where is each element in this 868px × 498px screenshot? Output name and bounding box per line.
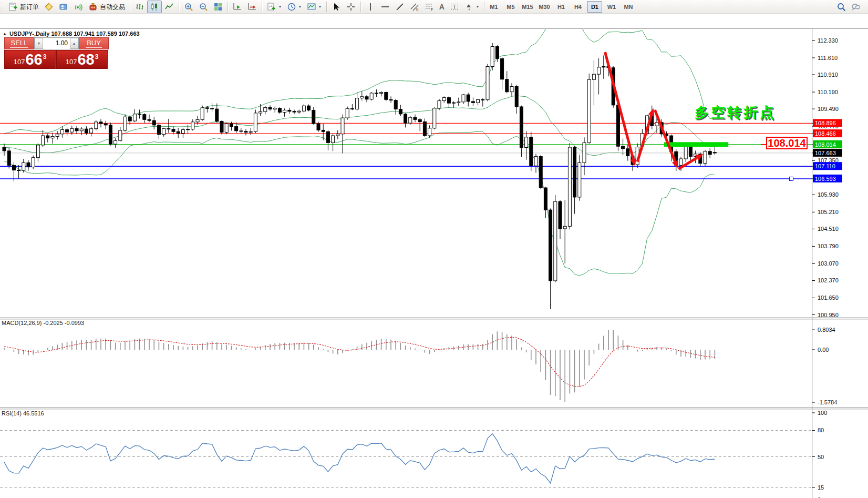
- zoom-in-icon: [184, 2, 193, 12]
- timeframe-button-m1[interactable]: M1: [487, 1, 501, 13]
- price-axis-label: 110.190: [818, 89, 838, 95]
- volume-spinner: ▼ 1.00 ▲: [34, 37, 79, 49]
- text-label-tool-button[interactable]: T: [447, 1, 462, 13]
- trend-arrow-head: [630, 158, 636, 166]
- candle-body: [486, 66, 489, 99]
- candle-body: [495, 46, 499, 58]
- auto-trading-button[interactable]: 自动交易: [86, 1, 128, 13]
- candle-body: [394, 100, 397, 109]
- candle-body: [592, 74, 595, 79]
- candle-body: [302, 106, 305, 111]
- equidistant-channel-tool-button[interactable]: E: [407, 1, 422, 13]
- candle-body: [90, 129, 93, 133]
- candle-body: [162, 128, 166, 134]
- trend-arrow[interactable]: [655, 110, 675, 161]
- candlestick-chart-button[interactable]: [147, 1, 162, 13]
- main-pane: [0, 14, 812, 309]
- community-chat-icon[interactable]: [851, 2, 861, 12]
- zoom-in-button[interactable]: [181, 1, 196, 13]
- volume-up-button[interactable]: ▲: [70, 38, 78, 49]
- signals-button[interactable]: [71, 1, 86, 13]
- candle-body: [505, 79, 509, 92]
- candle-body: [612, 68, 615, 105]
- timeframe-button-w1[interactable]: W1: [604, 1, 619, 13]
- bar-chart-button[interactable]: [132, 1, 147, 13]
- horizontal-line-icon: [380, 2, 390, 12]
- candle-body: [356, 98, 359, 109]
- candle-body: [244, 131, 247, 133]
- collapse-panel-icon[interactable]: ▲: [3, 32, 7, 36]
- chart-shift-button[interactable]: [245, 1, 260, 13]
- candle-body: [278, 108, 281, 113]
- candle-body: [554, 201, 557, 281]
- candle-body: [447, 98, 450, 104]
- auto-scroll-button[interactable]: [230, 1, 245, 13]
- search-icon[interactable]: [836, 2, 846, 12]
- timeframe-button-m15[interactable]: M15: [520, 1, 535, 13]
- support-band[interactable]: [664, 142, 728, 147]
- trendline-tool-button[interactable]: [392, 1, 407, 13]
- toolbar-separator: [326, 2, 327, 12]
- trade-panel-price-row: 107 66 3 107 68 3: [4, 50, 109, 69]
- timeframe-button-m5[interactable]: M5: [503, 1, 518, 13]
- new-order-button[interactable]: 新订单: [6, 1, 42, 13]
- rsi-axis-label: 80: [818, 427, 824, 433]
- candle-body: [346, 108, 349, 118]
- candle-body: [254, 113, 257, 131]
- horizontal-line-tool-button[interactable]: [378, 1, 392, 13]
- candle-body: [268, 107, 272, 109]
- candle-body: [510, 87, 513, 92]
- timeframe-button-m30[interactable]: M30: [537, 1, 552, 13]
- price-axis-label: 105.210: [818, 209, 839, 215]
- new-chart-button[interactable]: ▼: [264, 1, 284, 13]
- trend-arrow[interactable]: [678, 158, 697, 169]
- line-chart-button[interactable]: [162, 1, 177, 13]
- dropdown-caret-icon: ▼: [318, 5, 322, 8]
- candle-body: [622, 146, 625, 149]
- arrows-tool-button[interactable]: ▼: [462, 1, 482, 13]
- text-tool-button[interactable]: A: [437, 1, 447, 13]
- timeframe-button-mn[interactable]: MN: [621, 1, 636, 13]
- buy-price-button[interactable]: 107 68 3: [56, 50, 108, 69]
- buy-button[interactable]: BUY: [79, 37, 109, 49]
- zoom-out-button[interactable]: [196, 1, 211, 13]
- fibonacci-tool-button[interactable]: F: [422, 1, 437, 13]
- annotation-note[interactable]: 多空转折点: [695, 103, 776, 122]
- sell-price-button[interactable]: 107 66 3: [4, 50, 56, 69]
- candle-body: [525, 137, 528, 148]
- candle-body: [563, 226, 566, 229]
- periods-button[interactable]: ▼: [284, 1, 304, 13]
- candle-body: [138, 114, 141, 115]
- vertical-line-tool-button[interactable]: [363, 1, 378, 13]
- templates-button[interactable]: ▼: [304, 1, 324, 13]
- candle-body: [114, 140, 117, 144]
- signal-icon: [74, 2, 83, 12]
- line-selection-handle[interactable]: [790, 177, 793, 180]
- volume-down-button[interactable]: ▼: [35, 38, 43, 49]
- toolbar-separator: [179, 2, 179, 12]
- candle-body: [559, 201, 562, 229]
- timeframe-button-h4[interactable]: H4: [571, 1, 585, 13]
- fibonacci-icon: F: [425, 2, 434, 12]
- metaeditor-button[interactable]: [42, 1, 56, 13]
- trend-arrow[interactable]: [637, 115, 651, 161]
- timeframe-button-h1[interactable]: H1: [554, 1, 569, 13]
- text-tool-icon: A: [439, 3, 445, 11]
- annotation-price-tag[interactable]: 108.014: [766, 137, 808, 149]
- timeframe-button-d1[interactable]: D1: [587, 1, 602, 13]
- candle-body: [332, 136, 335, 143]
- rsi-indicator-header: RSI(14) 46.5516: [2, 410, 44, 416]
- volume-input[interactable]: 1.00: [43, 38, 70, 49]
- crosshair-tool-button[interactable]: [344, 1, 358, 13]
- trend-arrow[interactable]: [605, 52, 633, 159]
- terminal-button[interactable]: [56, 1, 71, 13]
- vertical-line-icon: [366, 2, 375, 12]
- tile-windows-icon: [213, 2, 223, 12]
- sell-price-small: 107: [14, 58, 25, 66]
- tile-windows-button[interactable]: [211, 1, 225, 13]
- price-marker-bg: [813, 140, 842, 148]
- sell-button[interactable]: SELL: [4, 37, 34, 49]
- rsi-axis-label: 100: [818, 410, 827, 416]
- candle-body: [7, 151, 11, 165]
- cursor-tool-button[interactable]: [329, 1, 344, 13]
